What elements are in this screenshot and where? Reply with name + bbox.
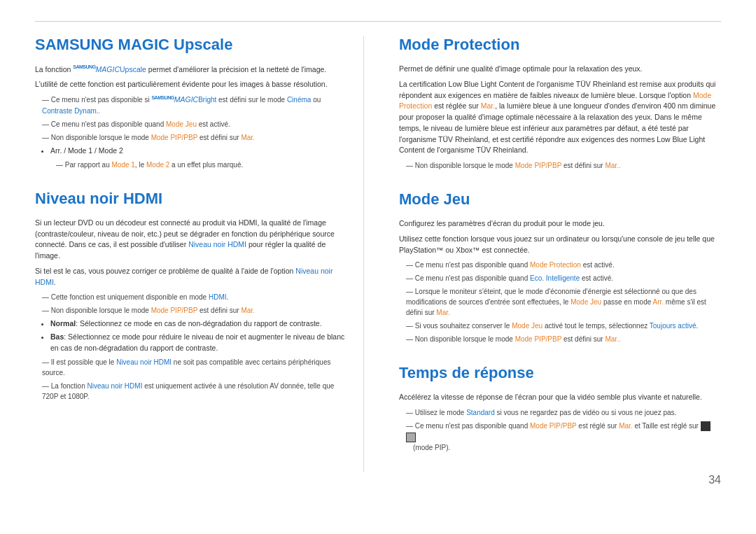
niveau-p2: Si tel est le cas, vous pouvez corriger …: [35, 266, 349, 288]
temps-reponse-title: Temps de réponse: [399, 364, 721, 382]
top-divider: [35, 21, 721, 22]
icon-light: [406, 433, 416, 442]
mode-protection-link1[interactable]: Mode Protection: [399, 91, 711, 111]
right-column: Mode Protection Permet de définir une qu…: [392, 36, 721, 472]
samsung-magic-upscale-title: SAMSUNG MAGIC Upscale: [35, 36, 349, 54]
pip-mode-text: (mode PIP).: [406, 444, 450, 451]
reponse-p1: Accélérez la vitesse de réponse de l'écr…: [399, 392, 721, 403]
upscale-link[interactable]: Upscale: [120, 65, 146, 73]
niveau-note2: Non disponible lorsque le mode Mode PIP/…: [35, 305, 349, 316]
protection-p2: La certification Low Blue Light Content …: [399, 79, 721, 156]
taille-text: Taille: [642, 422, 658, 430]
niveau-bullet-list: Normal: Sélectionnez ce mode en cas de n…: [35, 318, 349, 353]
jeu-note5: Non disponible lorsque le mode Mode PIP/…: [399, 334, 721, 344]
pip-pbp-link2[interactable]: Mode PIP/PBP: [151, 307, 198, 314]
eco-link[interactable]: Eco. Intelligente: [530, 274, 580, 282]
arr-link1[interactable]: Arr.: [653, 298, 664, 306]
jeu-note4: Si vous souhaitez conserver le Mode Jeu …: [399, 321, 721, 331]
mode-protection-section: Mode Protection Permet de définir une qu…: [399, 36, 721, 171]
upscale-bullet1: Arr. / Mode 1 / Mode 2: [50, 146, 349, 157]
magic-italic: MAGIC: [96, 65, 120, 73]
mar-link5[interactable]: Mar..: [605, 335, 620, 343]
page-number: 34: [708, 474, 721, 486]
pip-pbp-link3[interactable]: Mode PIP/PBP: [515, 162, 562, 169]
niveau-bullet-normal: Normal: Sélectionnez ce mode en cas de n…: [50, 318, 349, 330]
protection-note1: Non disponible lorsque le mode Mode PIP/…: [399, 160, 721, 171]
mode1-link[interactable]: Mode 1: [112, 161, 135, 169]
mode-jeu-title: Mode Jeu: [399, 190, 721, 209]
upscale-sub-note1: Par rapport au Mode 1, le Mode 2 a un ef…: [35, 160, 349, 170]
niveau-noir-hdmi-section: Niveau noir HDMI Si un lecteur DVD ou un…: [35, 190, 349, 402]
jeu-p2: Utilisez cette fonction lorsque vous jou…: [399, 234, 721, 256]
niveau-p1: Si un lecteur DVD ou un décodeur est con…: [35, 218, 349, 262]
niveau-note4: La fonction Niveau noir HDMI est uniquem…: [35, 381, 349, 402]
cinema-link[interactable]: Cinéma: [287, 96, 311, 104]
toujours-active-link[interactable]: Toujours activé: [650, 322, 696, 330]
upscale-note3: Non disponible lorsque le mode Mode PIP/…: [35, 132, 349, 143]
mode-jeu-link3[interactable]: Mode Jeu: [512, 322, 542, 330]
niveau-noir-link4[interactable]: Niveau noir HDMI: [88, 382, 143, 390]
jeu-note2: Ce menu n'est pas disponible quand Eco. …: [399, 273, 721, 283]
samsung-magic-upscale-section: SAMSUNG MAGIC Upscale La fonction SAMSUN…: [35, 36, 349, 170]
upscale-p2: L'utilité de cette fonction est particul…: [35, 79, 349, 90]
pip-pbp-link5[interactable]: Mode PIP/PBP: [530, 422, 577, 430]
upscale-p1: La fonction SAMSUNGMAGICUpscale permet d…: [35, 64, 349, 75]
mode2-link[interactable]: Mode 2: [146, 161, 169, 169]
niveau-noir-hdmi-title: Niveau noir HDMI: [35, 190, 349, 208]
mar-link1[interactable]: Mar.: [241, 134, 254, 141]
niveau-noir-link3[interactable]: Niveau noir HDMI: [116, 358, 172, 366]
mode-jeu-link2[interactable]: Mode Jeu: [570, 298, 601, 306]
mode-jeu-link1[interactable]: Mode Jeu: [166, 120, 197, 128]
upscale-note2: Ce menu n'est pas disponible quand Mode …: [35, 119, 349, 129]
mar-link3[interactable]: Mar..: [605, 162, 620, 169]
reponse-note2: Ce menu n'est pas disponible quand Mode …: [399, 421, 721, 453]
mar-link2[interactable]: Mar.: [241, 307, 254, 314]
mar-link6[interactable]: Mar.: [619, 422, 632, 430]
temps-reponse-section: Temps de réponse Accélérez la vitesse de…: [399, 364, 721, 452]
niveau-note1: Cette fonction est uniquement disponible…: [35, 292, 349, 302]
upscale-note1: Ce menu n'est pas disponible si SAMSUNGM…: [35, 94, 349, 116]
mar-link4[interactable]: Mar.: [436, 309, 449, 316]
protection-p1: Permet de définir une qualité d'image op…: [399, 64, 721, 75]
mode-protection-link2[interactable]: Mode Protection: [530, 261, 581, 269]
upscale-bullet-list: Arr. / Mode 1 / Mode 2: [35, 146, 349, 157]
jeu-note1: Ce menu n'est pas disponible quand Mode …: [399, 260, 721, 270]
jeu-p1: Configurez les paramètres d'écran du pro…: [399, 218, 721, 230]
samsung-magic-upscale-heading: SAMSUNG MAGIC Upscale: [35, 36, 232, 53]
icon-dark: [701, 421, 710, 431]
niveau-note3: Il est possible que le Niveau noir HDMI …: [35, 357, 349, 378]
mode-protection-title: Mode Protection: [399, 36, 721, 54]
mode-pip-pbp-link1[interactable]: Mode PIP/PBP: [151, 134, 198, 141]
niveau-bullet-bas: Bas: Sélectionnez ce mode pour réduire l…: [50, 332, 349, 354]
left-column: SAMSUNG MAGIC Upscale La fonction SAMSUN…: [35, 36, 364, 472]
jeu-note3: Lorsque le moniteur s'éteint, que le mod…: [399, 286, 721, 318]
reponse-note1: Utilisez le mode Standard si vous ne reg…: [399, 407, 721, 418]
niveau-noir-link2[interactable]: Niveau noir HDMI: [35, 267, 332, 286]
mar-protection-link[interactable]: Mar.: [481, 101, 495, 110]
contraste-link[interactable]: Contraste Dynam..: [42, 107, 100, 115]
mode-jeu-section: Mode Jeu Configurez les paramètres d'écr…: [399, 190, 721, 344]
standard-link[interactable]: Standard: [466, 409, 495, 416]
samsung-logo-small: SAMSUNG: [73, 64, 95, 69]
hdmi-link[interactable]: HDMI: [209, 293, 227, 301]
pip-pbp-link4[interactable]: Mode PIP/PBP: [515, 335, 562, 343]
niveau-noir-link1[interactable]: Niveau noir HDMI: [188, 240, 246, 248]
bright-link[interactable]: Bright: [198, 96, 216, 104]
